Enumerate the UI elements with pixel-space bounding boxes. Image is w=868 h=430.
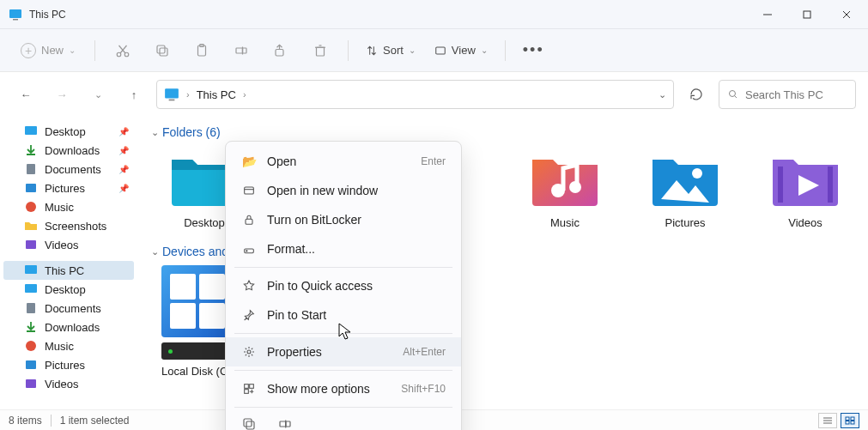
svg-rect-30 — [26, 240, 36, 249]
divider — [51, 415, 52, 427]
sidebar-item-music[interactable]: Music — [0, 197, 137, 216]
sort-button[interactable]: Sort ⌄ — [359, 44, 422, 57]
this-pc-icon — [9, 8, 22, 21]
svg-rect-1 — [13, 19, 18, 21]
separator — [234, 407, 452, 408]
thumbnails-view-toggle[interactable] — [841, 413, 859, 428]
svg-point-34 — [26, 341, 36, 351]
ctx-properties[interactable]: PropertiesAlt+Enter — [226, 337, 461, 366]
ctx-pin-quick-access[interactable]: Pin to Quick access — [226, 271, 461, 300]
ctx-label: Pin to Start — [267, 308, 326, 322]
downloads-icon — [24, 143, 38, 157]
svg-rect-32 — [25, 284, 37, 293]
rename-icon[interactable] — [277, 416, 298, 430]
ctx-bitlocker[interactable]: Turn on BitLocker — [226, 205, 461, 234]
folder-music[interactable]: Music — [522, 146, 608, 229]
sidebar-item-downloads[interactable]: Downloads📌 — [0, 141, 137, 160]
svg-rect-21 — [436, 46, 446, 53]
rename-button[interactable] — [224, 35, 258, 66]
documents-icon — [24, 162, 38, 176]
ctx-format[interactable]: Format... — [226, 234, 461, 263]
svg-line-9 — [119, 45, 126, 53]
desktop-icon — [24, 282, 38, 296]
new-button[interactable]: + New ⌄ — [12, 39, 84, 62]
ctx-hint: Enter — [421, 155, 446, 167]
window-icon — [241, 183, 257, 198]
navigation-pane[interactable]: Desktop📌 Downloads📌 Documents📌 Pictures📌… — [0, 117, 137, 409]
svg-rect-28 — [26, 184, 36, 192]
ctx-label: Pin to Quick access — [267, 279, 373, 293]
videos-icon — [24, 377, 38, 391]
sidebar-item-label: Pictures — [45, 182, 85, 195]
copy-icon[interactable] — [241, 416, 262, 430]
sidebar-item-videos[interactable]: Videos — [0, 374, 137, 393]
search-box[interactable] — [719, 80, 856, 109]
sidebar-item-downloads[interactable]: Downloads — [0, 318, 137, 336]
svg-rect-40 — [778, 167, 783, 203]
close-button[interactable] — [827, 1, 866, 28]
forward-button[interactable]: → — [48, 81, 76, 108]
svg-rect-23 — [169, 100, 175, 101]
sidebar-item-label: Music — [45, 201, 74, 214]
address-bar[interactable]: › This PC › ⌄ — [156, 80, 674, 109]
recent-locations-button[interactable]: ⌄ — [84, 81, 112, 108]
paste-button[interactable] — [185, 35, 219, 66]
sidebar-item-this-pc[interactable]: This PC — [3, 261, 134, 280]
svg-rect-50 — [245, 390, 249, 394]
delete-button[interactable] — [303, 35, 337, 66]
up-button[interactable]: ↑ — [120, 81, 148, 108]
view-button[interactable]: View ⌄ — [428, 44, 495, 57]
back-button[interactable]: ← — [12, 81, 39, 108]
folder-pictures[interactable]: Pictures — [642, 146, 728, 229]
ctx-open-new-window[interactable]: Open in new window — [226, 176, 461, 205]
svg-point-46 — [246, 251, 247, 251]
chevron-down-icon[interactable]: ⌄ — [659, 89, 666, 100]
ctx-label: Open — [267, 154, 296, 168]
details-view-toggle[interactable] — [818, 413, 837, 428]
more-button[interactable]: ••• — [516, 41, 551, 59]
sidebar-item-screenshots[interactable]: Screenshots — [0, 216, 137, 235]
sidebar-item-desktop[interactable]: Desktop — [0, 280, 137, 299]
sidebar-item-pictures[interactable]: Pictures — [0, 355, 137, 374]
folder-label: Videos — [762, 216, 848, 229]
pin-icon — [241, 307, 257, 323]
chevron-down-icon: ⌄ — [151, 127, 159, 138]
desktop-icon — [24, 124, 38, 138]
svg-rect-53 — [280, 421, 286, 427]
cut-button[interactable] — [106, 35, 140, 66]
sidebar-item-documents[interactable]: Documents📌 — [0, 160, 137, 179]
lock-icon — [241, 212, 257, 227]
sidebar-item-label: Videos — [45, 378, 79, 391]
maximize-button[interactable] — [787, 1, 827, 28]
plus-icon: + — [21, 43, 36, 58]
share-button[interactable] — [264, 35, 298, 66]
sidebar-item-label: Downloads — [45, 321, 100, 334]
svg-rect-3 — [804, 11, 810, 18]
folders-section-header[interactable]: ⌄ Folders (6) — [151, 125, 868, 139]
breadcrumb[interactable]: This PC — [197, 88, 236, 101]
folder-label: Music — [522, 216, 608, 229]
sidebar-item-pictures[interactable]: Pictures📌 — [0, 179, 137, 197]
ctx-open[interactable]: 📂OpenEnter — [226, 147, 461, 176]
sidebar-item-videos[interactable]: Videos — [0, 235, 137, 254]
copy-button[interactable] — [145, 35, 179, 66]
music-icon — [24, 339, 38, 353]
folder-videos[interactable]: Videos — [762, 146, 848, 229]
view-label: View — [452, 44, 476, 57]
separator — [234, 267, 452, 268]
refresh-button[interactable] — [683, 81, 710, 108]
more-icon — [241, 381, 257, 397]
search-input[interactable] — [745, 88, 847, 101]
separator — [234, 370, 452, 371]
minimize-button[interactable] — [748, 1, 787, 28]
folder-label: Pictures — [642, 216, 728, 229]
folder-open-icon: 📂 — [241, 154, 257, 169]
pictures-icon — [24, 358, 38, 372]
sort-label: Sort — [383, 44, 404, 57]
folder-icon — [24, 219, 38, 233]
sidebar-item-desktop[interactable]: Desktop📌 — [0, 122, 137, 141]
drive-local-disk-c[interactable]: Local Disk (C:) — [161, 265, 234, 378]
ctx-show-more[interactable]: Show more optionsShift+F10 — [226, 374, 461, 403]
sidebar-item-music[interactable]: Music — [0, 336, 137, 355]
sidebar-item-documents[interactable]: Documents — [0, 299, 137, 318]
